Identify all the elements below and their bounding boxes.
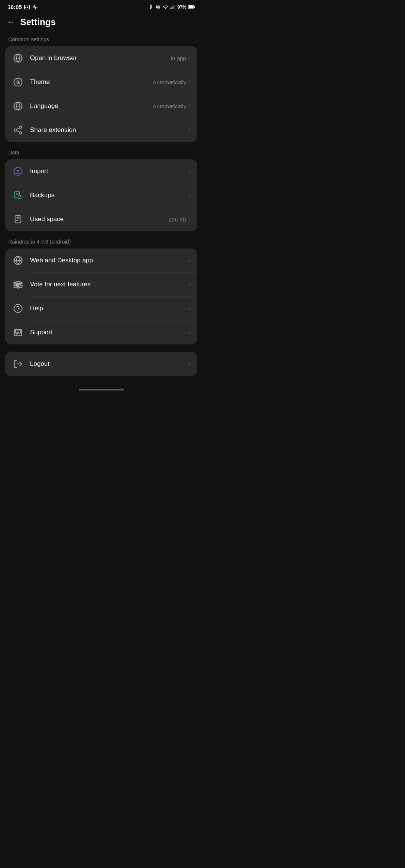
svg-rect-1: [171, 6, 172, 9]
section-label-data: Data: [0, 150, 202, 159]
home-indicator: [0, 383, 202, 394]
import-label: Import: [30, 168, 186, 175]
battery-icon: [188, 5, 195, 9]
theme-label: Theme: [30, 78, 153, 86]
share-extension-row[interactable]: Share extension ›: [5, 118, 197, 142]
status-time: 16:05: [8, 4, 22, 10]
share-extension-icon: [12, 124, 24, 136]
svg-point-26: [14, 304, 22, 313]
used-space-value: 206 Kb: [168, 216, 186, 223]
import-icon: [12, 165, 24, 177]
status-right: 97%: [148, 4, 195, 10]
photo-icon: [24, 4, 30, 10]
status-bar: 16:05 97%: [0, 0, 202, 12]
status-left: 16:05: [8, 4, 38, 10]
theme-row[interactable]: Theme Automatically ›: [5, 70, 197, 94]
battery-percentage: 97%: [177, 4, 186, 10]
svg-line-17: [16, 128, 19, 129]
page-title: Settings: [20, 17, 56, 27]
open-in-browser-value: In app: [171, 55, 186, 61]
wave-icon: [32, 4, 38, 10]
browser-icon: [12, 52, 24, 64]
svg-point-13: [19, 126, 22, 129]
about-card: Web and Desktop app › Vote for next feat…: [5, 248, 197, 344]
logout-row[interactable]: Logout ›: [5, 352, 197, 376]
web-desktop-label: Web and Desktop app: [30, 257, 186, 264]
support-icon: [12, 326, 24, 338]
language-label: Language: [30, 102, 153, 110]
svg-line-16: [16, 131, 19, 132]
vote-features-chevron: ›: [189, 281, 190, 288]
svg-rect-0: [171, 7, 171, 9]
home-bar: [79, 389, 124, 391]
logout-card: Logout ›: [5, 352, 197, 376]
web-desktop-icon: [12, 254, 24, 266]
logout-chevron: ›: [189, 361, 190, 367]
vote-features-label: Vote for next features: [30, 281, 186, 288]
import-chevron: ›: [189, 168, 190, 175]
svg-rect-5: [194, 6, 195, 8]
wifi-icon: [162, 4, 168, 10]
support-row[interactable]: Support ›: [5, 320, 197, 344]
section-label-common: Common settings: [0, 36, 202, 46]
open-in-browser-label: Open in browser: [30, 54, 171, 62]
page-header: ← Settings: [0, 12, 202, 35]
theme-icon: [12, 76, 24, 88]
mute-icon: [155, 4, 160, 10]
svg-point-14: [14, 129, 17, 132]
used-space-row[interactable]: Used space 206 Kb ›: [5, 207, 197, 231]
help-chevron: ›: [189, 305, 190, 312]
open-in-browser-chevron: ›: [189, 55, 190, 61]
backups-icon: [12, 189, 24, 201]
support-chevron: ›: [189, 329, 190, 336]
used-space-chevron: ›: [189, 216, 190, 223]
theme-chevron: ›: [189, 79, 190, 85]
help-row[interactable]: Help ›: [5, 296, 197, 320]
svg-rect-3: [174, 5, 174, 9]
svg-point-27: [18, 310, 18, 311]
theme-value: Automatically: [153, 79, 186, 85]
svg-point-15: [19, 132, 22, 134]
backups-label: Backups: [30, 192, 186, 199]
back-button[interactable]: ←: [7, 18, 15, 26]
web-desktop-row[interactable]: Web and Desktop app ›: [5, 248, 197, 272]
language-row[interactable]: Language Automatically ›: [5, 94, 197, 118]
web-desktop-chevron: ›: [189, 257, 190, 264]
used-space-icon: [12, 213, 24, 225]
share-extension-chevron: ›: [189, 127, 190, 133]
backups-chevron: ›: [189, 192, 190, 199]
help-label: Help: [30, 305, 186, 312]
backups-row[interactable]: Backups ›: [5, 183, 197, 207]
open-in-browser-row[interactable]: Open in browser In app ›: [5, 46, 197, 70]
data-card: Import › Backups › Used space: [5, 159, 197, 231]
share-extension-label: Share extension: [30, 126, 186, 134]
used-space-label: Used space: [30, 216, 168, 223]
vote-features-row[interactable]: Vote for next features ›: [5, 272, 197, 296]
help-icon: [12, 302, 24, 314]
logout-icon: [12, 358, 24, 370]
svg-rect-2: [172, 6, 173, 9]
language-value: Automatically: [153, 103, 186, 109]
vote-features-icon: [12, 278, 24, 290]
support-label: Support: [30, 329, 186, 336]
logout-label: Logout: [30, 360, 189, 368]
import-row[interactable]: Import ›: [5, 159, 197, 183]
svg-rect-6: [189, 6, 194, 8]
language-chevron: ›: [189, 103, 190, 109]
bluetooth-icon: [148, 4, 153, 10]
signal-icon: [170, 4, 176, 10]
section-label-version: Raindrop.io 4.7.6 (android): [0, 239, 202, 248]
language-icon: [12, 100, 24, 112]
common-settings-card: Open in browser In app › Theme Automatic…: [5, 46, 197, 142]
